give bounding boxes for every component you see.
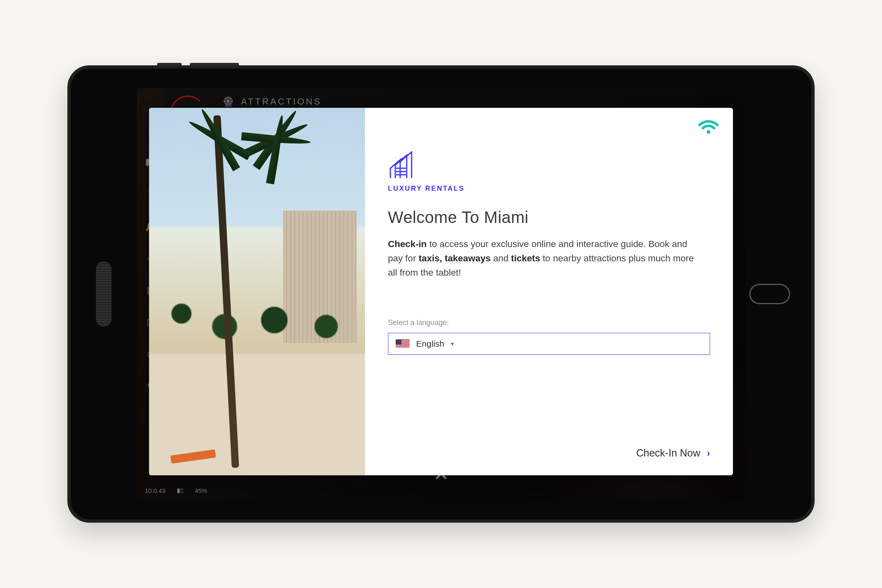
- brand-name: LUXURY RENTALS: [388, 185, 710, 193]
- language-select[interactable]: English ▾: [388, 333, 710, 355]
- screen: 🎡 ATTRACTIONS ⌂ 📖 📍 🔔 ◇ ▦ ▷ ◷ ⚙ 10.0.43 …: [137, 88, 745, 500]
- body-bold-checkin: Check-in: [388, 239, 427, 249]
- welcome-body: Check-in to access your exclusive online…: [388, 237, 698, 280]
- svg-point-0: [707, 130, 710, 134]
- speaker-grille: [96, 261, 111, 327]
- chevron-down-icon: ▾: [451, 340, 454, 347]
- brand: LUXURY RENTALS: [388, 151, 710, 193]
- wifi-icon: [698, 118, 719, 136]
- language-label: Select a language:: [388, 318, 710, 327]
- check-in-button[interactable]: Check-In Now ›: [636, 447, 710, 459]
- battery-pct: 45%: [195, 487, 207, 494]
- language-selected-value: English: [416, 339, 444, 349]
- hero-image: [149, 108, 365, 475]
- modal-content: LUXURY RENTALS Welcome To Miami Check-in…: [365, 108, 733, 475]
- welcome-modal: LUXURY RENTALS Welcome To Miami Check-in…: [149, 108, 733, 475]
- welcome-title: Welcome To Miami: [388, 208, 710, 227]
- background-header: 🎡 ATTRACTIONS: [174, 96, 322, 107]
- body-bold-tickets: tickets: [511, 253, 540, 263]
- battery-icon: ▮▯: [177, 487, 183, 494]
- tablet-frame: 🎡 ATTRACTIONS ⌂ 📖 📍 🔔 ◇ ▦ ▷ ◷ ⚙ 10.0.43 …: [67, 65, 815, 523]
- status-bar: 10.0.43 ▮▯ 45%: [145, 487, 207, 494]
- volume-button: [190, 63, 239, 65]
- home-button[interactable]: [749, 284, 790, 304]
- chevron-right-icon: ›: [707, 448, 710, 459]
- status-time: 10.0.43: [145, 487, 165, 494]
- background-header-label: ATTRACTIONS: [241, 96, 322, 107]
- flag-us-icon: [396, 339, 410, 348]
- check-in-label: Check-In Now: [636, 447, 700, 459]
- brand-logo-icon: [388, 151, 425, 181]
- power-button: [157, 63, 182, 65]
- body-bold-taxis: taxis, takeaways: [419, 253, 490, 263]
- attractions-icon: 🎡: [223, 96, 235, 107]
